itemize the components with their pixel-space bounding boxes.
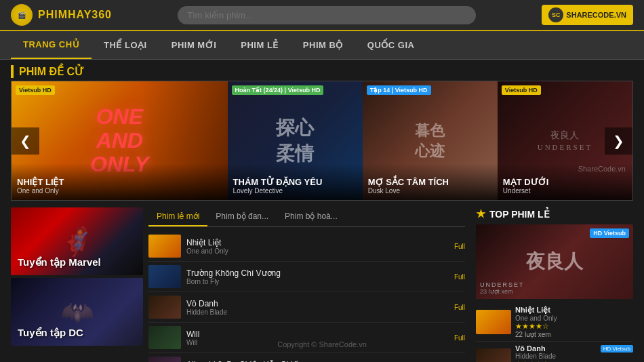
star-icon: ★: [476, 207, 485, 220]
slide-3-poster-text: 暮色心迹: [415, 121, 445, 161]
top-film-thumb-0: [476, 310, 511, 334]
film-thumb-2: [148, 296, 181, 319]
top-films: ★ TOP PHIM LẺ 夜良人 Underset 23 lượt xem H…: [470, 207, 633, 362]
top-film-info-0: Nhiệt Liệt One and Only ★★★★☆ 22 lượt xe…: [515, 306, 633, 338]
slide-4-poster-text: 夜良人UNDERSET: [538, 129, 592, 153]
film-list-item-0[interactable]: Nhiệt Liệt One and Only Full: [148, 231, 465, 262]
top-featured-subtitle: Underset: [480, 281, 592, 288]
film-name-2: Vô Danh: [186, 299, 449, 308]
header: 🎬 PHIMHAY360 SC SHARECODE.VN: [0, 0, 644, 31]
slide-1-overlay: NHIỆT LIỆT One and Only: [12, 163, 228, 200]
logo-area: 🎬 PHIMHAY360: [11, 4, 112, 26]
film-status-0: Full: [454, 243, 465, 250]
film-sub-0: One and Only: [186, 247, 449, 255]
section-title: PHIM ĐỀ CỬ: [11, 65, 84, 78]
film-sub-1: Born to Fly: [186, 278, 449, 285]
film-info-1: Trường Không Chí Vương Born to Fly: [186, 268, 449, 285]
top-film-badge-1: HD Vietsub: [601, 345, 633, 353]
film-list-item-4[interactable]: Alienoid 2: Đa Chiều Hỗn Chiến Alienoid:…: [148, 353, 465, 362]
film-tabs: Phim lẻ mới Phim bộ đan... Phim bộ hoà..…: [148, 207, 465, 227]
film-list-item-3[interactable]: Will Will Full: [148, 323, 465, 353]
bottom-section: 🦸 Tuyển tập Marvel 🦇 Tuyển tập DC Phim l…: [11, 207, 633, 362]
slide-1-badge: Vietsub HD: [16, 85, 55, 95]
top-featured-views: 23 lượt xem: [480, 288, 592, 295]
top-film-info-1: Vô Danh HD Vietsub Hidden Blade ★★★★☆ 21…: [515, 344, 633, 362]
slide-item-1[interactable]: ONEANDONLY Vietsub HD NHIỆT LIỆT One and…: [12, 81, 228, 200]
film-tab-new[interactable]: Phim lẻ mới: [148, 207, 207, 226]
slide-4-badge: Vietsub HD: [502, 85, 541, 95]
film-tab-ongoing[interactable]: Phim bộ đan...: [207, 207, 277, 226]
top-film-thumb-1: [476, 348, 511, 363]
top-film-item-0[interactable]: Nhiệt Liệt One and Only ★★★★☆ 22 lượt xe…: [476, 303, 633, 342]
top-featured-info-area: Underset 23 lượt xem: [480, 281, 592, 295]
slide-1-subtitle: One and Only: [17, 187, 222, 195]
slide-2-title: THÁM TỬ ĐẶNG YÊU: [233, 177, 357, 187]
film-status-3: Full: [454, 334, 465, 342]
nav-item-new[interactable]: PHIM MỚI: [159, 32, 229, 58]
sharecode-text: SHARECODE.VN: [566, 11, 626, 19]
collection-dc[interactable]: 🦇 Tuyển tập DC: [11, 278, 143, 346]
film-info-0: Nhiệt Liệt One and Only: [186, 238, 449, 255]
film-tab-completed[interactable]: Phim bộ hoà...: [277, 207, 346, 226]
top-film-name-1: Vô Danh: [515, 344, 546, 353]
slide-item-2[interactable]: 探心柔情 Hoàn Tất (24/24) | Vietsub HD THÁM …: [228, 81, 363, 200]
film-info-3: Will Will: [186, 329, 449, 346]
nav-item-home[interactable]: TRANG CHỦ: [11, 31, 92, 59]
slide-2-badge: Hoàn Tất (24/24) | Vietsub HD: [232, 85, 324, 95]
film-list-item-1[interactable]: Trường Không Chí Vương Born to Fly Full: [148, 262, 465, 292]
film-thumb-4: [148, 357, 181, 362]
film-name-1: Trường Không Chí Vương: [186, 268, 449, 278]
slide-1-title: NHIỆT LIỆT: [17, 177, 222, 187]
top-films-title-text: TOP PHIM LẺ: [489, 209, 550, 220]
film-info-2: Vô Danh Hidden Blade: [186, 299, 449, 316]
top-film-name-0: Nhiệt Liệt: [515, 306, 633, 315]
nav: TRANG CHỦ THỂ LOẠI PHIM MỚI PHIM LẺ PHIM…: [0, 31, 644, 60]
slide-next-button[interactable]: ❯: [605, 127, 632, 155]
film-list-item-2[interactable]: Vô Danh Hidden Blade Full: [148, 292, 465, 323]
section-header: PHIM ĐỀ CỬ: [11, 60, 633, 81]
slide-prev-button[interactable]: ❮: [12, 127, 39, 155]
slide-3-badge: Tập 14 | Vietsub HD: [367, 85, 431, 95]
slide-4-overlay: MẠT DƯỚI Underset: [498, 163, 632, 200]
top-film-stars-0: ★★★★☆: [515, 322, 633, 331]
film-thumb-0: [148, 235, 181, 258]
film-list: Phim lẻ mới Phim bộ đan... Phim bộ hoà..…: [143, 207, 470, 362]
film-name-0: Nhiệt Liệt: [186, 238, 449, 247]
film-sub-3: Will: [186, 339, 449, 346]
logo-text: PHIMHAY360: [38, 9, 112, 21]
top-featured-badge: HD Vietsub: [590, 228, 629, 238]
nav-item-country[interactable]: QUỐC GIA: [355, 32, 427, 58]
sharecode-badge: SC SHARECODE.VN: [542, 5, 633, 25]
slide-2-poster-text: 探心柔情: [276, 115, 314, 167]
slide-3-subtitle: Dusk Love: [368, 187, 492, 195]
top-film-item-1[interactable]: Vô Danh HD Vietsub Hidden Blade ★★★★☆ 21…: [476, 342, 633, 362]
film-name-4: Alienoid 2: Đa Chiều Hỗn Chiến: [186, 360, 449, 363]
search-bar: [178, 6, 476, 24]
top-featured-film[interactable]: 夜良人 Underset 23 lượt xem HD Vietsub: [476, 224, 633, 299]
slide-3-overlay: MỢ SẮC TÂM TÍCH Dusk Love: [363, 163, 498, 200]
film-thumb-3: [148, 326, 181, 349]
top-films-header: ★ TOP PHIM LẺ: [476, 207, 633, 220]
collection-marvel[interactable]: 🦸 Tuyển tập Marvel: [11, 207, 143, 275]
top-film-sub-0: One and Only: [515, 315, 633, 322]
film-status-1: Full: [454, 273, 465, 281]
film-sub-2: Hidden Blade: [186, 308, 449, 316]
slide-2-subtitle: Lovely Detective: [233, 187, 357, 195]
film-name-3: Will: [186, 329, 449, 339]
collection-marvel-title: Tuyển tập Marvel: [18, 256, 101, 268]
slide-3-title: MỢ SẮC TÂM TÍCH: [368, 177, 492, 187]
search-input[interactable]: [178, 6, 476, 24]
film-info-4: Alienoid 2: Đa Chiều Hỗn Chiến Alienoid:…: [186, 360, 449, 363]
nav-item-single[interactable]: PHIM LẺ: [228, 32, 291, 58]
logo-icon: 🎬: [11, 4, 33, 26]
nav-item-genre[interactable]: THỂ LOẠI: [92, 32, 159, 58]
top-film-name-row: Vô Danh HD Vietsub: [515, 344, 633, 353]
sharecode-icon: SC: [548, 7, 563, 22]
film-thumb-1: [148, 265, 181, 288]
nav-item-series[interactable]: PHIM BỘ: [291, 32, 355, 58]
featured-slider: ❮ ONEANDONLY Vietsub HD NHIỆT LIỆT One a…: [11, 81, 633, 201]
top-film-views-0: 22 lượt xem: [515, 331, 633, 338]
top-film-sub-1: Hidden Blade: [515, 353, 633, 360]
slide-item-3[interactable]: 暮色心迹 Tập 14 | Vietsub HD MỢ SẮC TÂM TÍCH…: [363, 81, 498, 200]
slide-4-title: MẠT DƯỚI: [503, 177, 627, 187]
